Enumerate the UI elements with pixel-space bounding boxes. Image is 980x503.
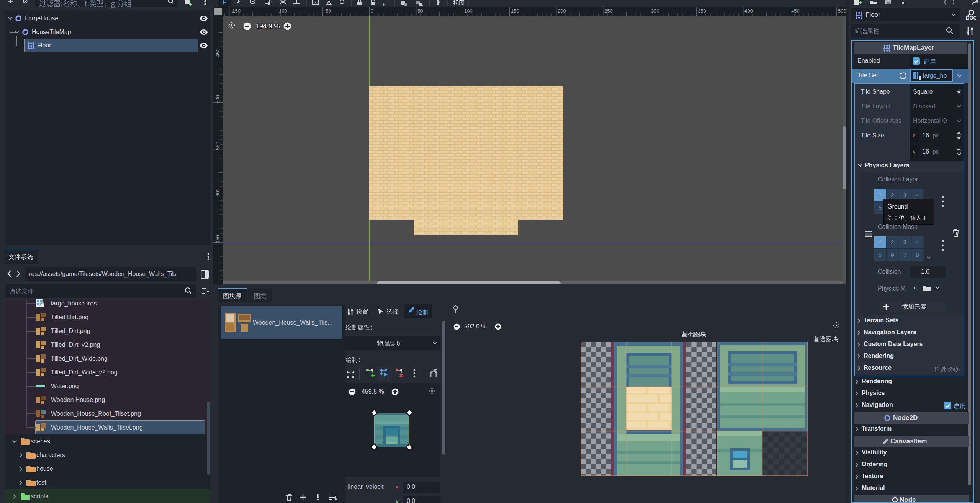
svg-text:DOC: DOC: [966, 15, 976, 20]
